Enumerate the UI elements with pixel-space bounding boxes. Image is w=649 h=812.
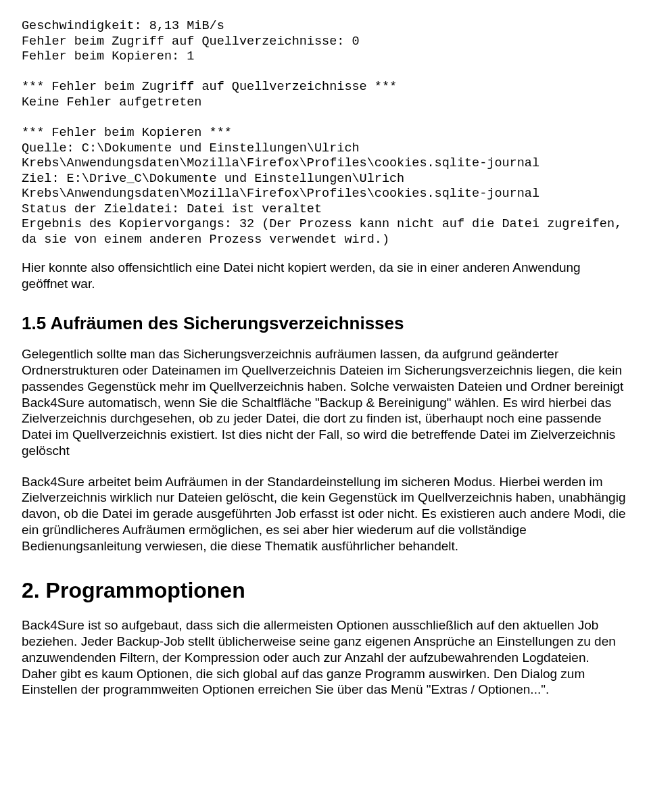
log-block: Geschwindigkeit: 8,13 MiB/s Fehler beim … [22,19,627,247]
explanation-paragraph: Hier konnte also offensichtlich eine Dat… [22,260,627,292]
section-1-5-paragraph-2: Back4Sure arbeitet beim Aufräumen in der… [22,474,627,554]
section-1-5-paragraph-1: Gelegentlich sollte man das Sicherungsve… [22,346,627,458]
chapter-2-heading: 2. Programmoptionen [22,577,627,604]
chapter-2-paragraph-1: Back4Sure ist so aufgebaut, dass sich di… [22,617,627,698]
section-1-5-heading: 1.5 Aufräumen des Sicherungsverzeichniss… [22,312,627,335]
